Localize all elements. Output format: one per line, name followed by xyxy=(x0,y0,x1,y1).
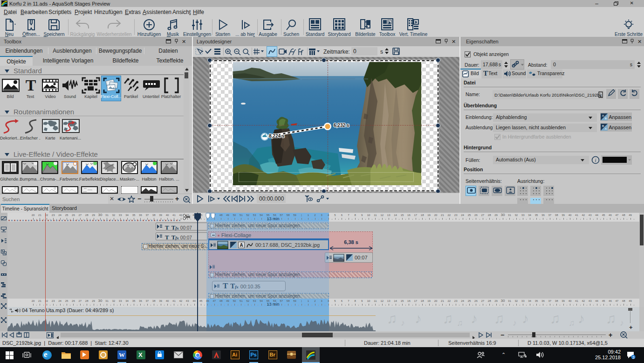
svg-text:3: 3 xyxy=(632,355,634,360)
svg-text:A: A xyxy=(602,114,604,117)
svg-text:A: A xyxy=(240,243,243,248)
svg-text:i: i xyxy=(595,157,596,163)
svg-text:A: A xyxy=(605,127,607,130)
svg-text:B: B xyxy=(602,125,604,127)
svg-text:B: B xyxy=(605,117,607,120)
svg-text:T: T xyxy=(26,77,36,93)
